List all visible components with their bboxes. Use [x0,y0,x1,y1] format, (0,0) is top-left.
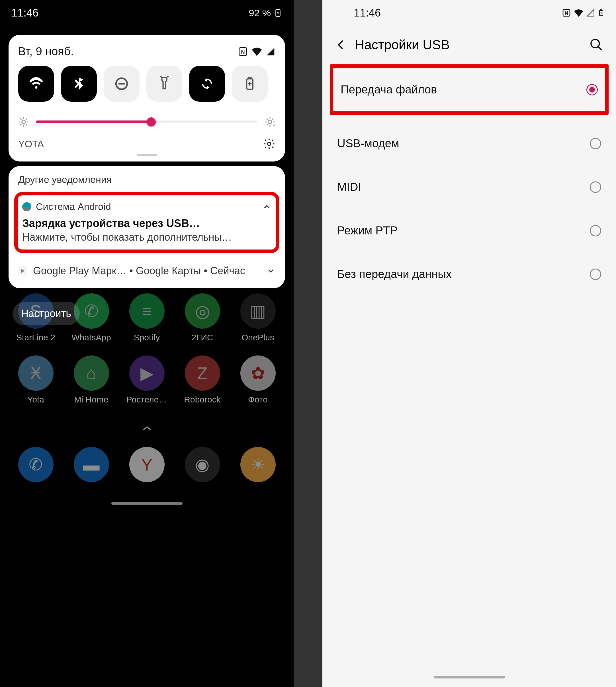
app-icon: ≡ [129,293,164,329]
signal-icon [266,47,276,56]
nfc-icon: N [238,46,248,57]
svg-point-36 [591,39,599,48]
qs-tile-dnd[interactable] [104,66,139,102]
qs-tile-bluetooth[interactable] [61,66,97,102]
usb-option-row[interactable]: Передача файлов [333,68,605,111]
app-icon: ⌂ [74,355,109,391]
svg-line-19 [26,125,27,125]
app-Mi Home[interactable]: ⌂Mi Home [66,355,117,404]
brightness-slider[interactable] [36,120,258,123]
app-label: OnePlus [233,333,284,342]
qs-tile-flashlight[interactable] [146,66,182,102]
status-icons: 92 % [249,7,283,19]
battery-charging-icon [274,7,282,19]
svg-rect-10 [249,77,251,79]
brightness-fill [36,120,151,123]
panel-drag-handle[interactable] [137,154,157,156]
chevron-up-icon[interactable] [262,202,271,211]
qs-tile-battery-saver[interactable] [232,66,268,102]
app-OnePlus[interactable]: ▥OnePlus [233,293,284,342]
page-title: Настройки USB [355,37,582,52]
chevron-down-icon[interactable] [266,266,276,275]
option-highlighted: Передача файлов [330,64,609,115]
app-icon: ✆ [18,447,53,482]
app-messages[interactable]: ▬ [74,447,109,482]
app-weather[interactable]: ☀ [240,447,276,482]
notif-collapsed-text: Google Play Марк… • Google Карты • Сейча… [33,265,261,277]
qs-tiles-row [18,66,276,102]
svg-text:A: A [273,123,276,127]
svg-line-30 [272,119,273,119]
wifi-status-icon [574,9,584,17]
brightness-auto-icon[interactable]: A [265,116,276,127]
app-icon: Y [129,447,164,482]
radio-button[interactable] [590,225,601,237]
app-icon: ☀ [240,447,276,482]
battery-charging-icon [598,8,604,18]
nav-bar-pill-right[interactable] [434,676,505,679]
app-Spotify[interactable]: ≡Spotify [121,293,173,342]
radio-button[interactable] [590,269,601,280]
status-time: 11:46 [12,7,39,19]
brightness-low-icon [18,116,29,127]
app-icon: ◎ [185,293,220,329]
status-time-right: 11:46 [354,7,381,19]
notification-usb-highlighted[interactable]: Система Android Зарядка устройства через… [14,192,279,253]
app-icon: Z [185,355,220,391]
app-label: Yota [10,395,62,404]
android-system-icon [22,202,31,211]
wifi-status-icon [251,47,262,56]
app-icon: Ӿ [18,355,53,391]
app-label: WhatsApp [66,333,117,342]
radio-button[interactable] [590,138,601,149]
usb-options-list: Передача файловUSB-модемMIDIРежим PTPБез… [322,61,616,296]
brightness-thumb[interactable] [147,117,156,127]
carrier-label: YOTA [18,138,44,150]
home-screen-area: Настроить SStarLine 2✆WhatsApp≡Spotify◎2… [0,292,294,505]
qs-tile-wifi[interactable] [18,66,54,102]
app-Ростеле…[interactable]: ▶Ростеле… [121,355,173,404]
option-label: Передача файлов [340,83,437,96]
radio-button[interactable] [590,181,601,193]
usb-option-row[interactable]: MIDI [322,165,616,209]
nav-bar-pill[interactable] [111,502,182,505]
signal-icon [586,9,595,17]
usb-option-row[interactable]: Режим PTP [322,209,616,252]
app-Фото[interactable]: ✿Фото [233,355,284,404]
settings-header: Настройки USB [322,26,616,61]
radio-button[interactable] [586,84,598,95]
notification-collapsed-group[interactable]: Google Play Марк… • Google Карты • Сейча… [8,258,285,284]
status-battery-text: 92 % [249,7,271,19]
app-icon: ◉ [185,447,220,482]
gear-icon[interactable] [263,138,276,150]
app-yandex[interactable]: Y [129,447,164,482]
notif-app-name: Система Android [36,201,258,212]
quick-settings-panel[interactable]: Вт, 9 нояб. N A YOTA [8,35,285,161]
phone-right-screenshot: 11:46 N Настройки USB Передача файловUSB… [322,0,616,687]
app-label: Ростеле… [121,395,173,404]
usb-option-row[interactable]: Без передачи данных [322,252,616,296]
qs-date: Вт, 9 нояб. [18,45,74,58]
app-Roborock[interactable]: ZRoborock [177,355,228,404]
svg-rect-35 [600,10,602,10]
svg-line-20 [21,125,21,125]
app-phone[interactable]: ✆ [18,447,53,482]
home-drawer-caret[interactable] [0,416,294,440]
option-label: Без передачи данных [337,268,452,281]
status-bar-right: 11:46 N [322,0,616,26]
back-arrow-icon[interactable] [335,39,348,51]
app-icon: ✿ [240,355,276,391]
app-icon: ▥ [240,293,276,329]
app-label: Spotify [121,333,173,342]
app-camera[interactable]: ◉ [185,447,220,482]
app-2ГИС[interactable]: ◎2ГИС [177,293,228,342]
brightness-slider-row: A [18,116,276,127]
app-label: Фото [233,395,284,404]
app-Yota[interactable]: ӾYota [10,355,62,404]
option-label: USB-модем [337,137,399,150]
setup-button[interactable]: Настроить [13,302,80,325]
search-icon[interactable] [589,38,603,52]
qs-tile-autorotate[interactable] [189,66,225,102]
app-label: 2ГИС [177,333,228,342]
usb-option-row[interactable]: USB-модем [322,121,616,165]
